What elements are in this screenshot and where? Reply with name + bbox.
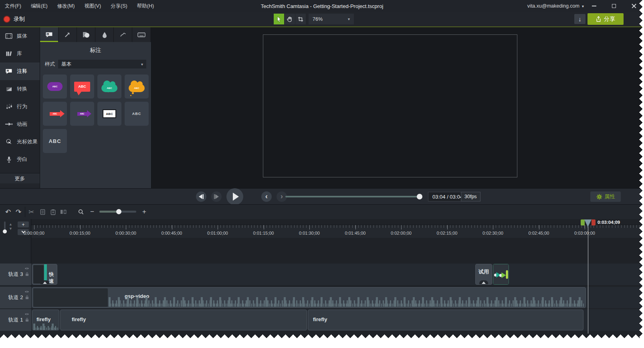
clip-firefly-2[interactable]: firefly (60, 310, 307, 330)
select-tool-button[interactable] (274, 14, 284, 24)
paste-button[interactable] (48, 207, 58, 217)
menu-share[interactable]: 分享(S) (106, 3, 132, 10)
split-button[interactable] (59, 207, 68, 217)
jump-back-icon: ‹ (265, 192, 268, 200)
lock-icon[interactable] (25, 272, 29, 276)
clip-firefly-3[interactable]: firefly (308, 310, 583, 330)
sidebar-item-animations[interactable]: 动画 (0, 115, 40, 133)
callout-tile-arrow-red[interactable]: ABC (43, 102, 67, 126)
callout-tile-arrow-purple[interactable]: ABC (70, 102, 94, 126)
tab-shapes[interactable] (77, 27, 95, 42)
minimize-button[interactable] (584, 0, 604, 12)
pan-tool-button[interactable] (285, 14, 295, 24)
tab-callouts[interactable]: a (40, 27, 59, 42)
track-height-zoom-icon: ▲▼ (9, 222, 12, 231)
scrub-slider[interactable] (285, 196, 422, 197)
sidebar-item-label: 媒体 (17, 32, 27, 40)
style-dropdown[interactable]: 基本 ▾ (58, 60, 146, 68)
properties-button[interactable]: 属性 (590, 191, 621, 202)
canvas-stage[interactable] (263, 34, 517, 177)
sidebar-item-behaviors[interactable]: 行为 (0, 98, 40, 115)
callout-tile-text-large[interactable]: ABC (43, 129, 67, 153)
callout-tile-speech-red[interactable]: ABC (70, 74, 94, 99)
callout-tile-speech-purple[interactable]: ABC (43, 74, 67, 99)
eye-icon[interactable] (24, 290, 29, 293)
plus-icon: + (142, 208, 146, 216)
playhead-out-handle[interactable] (592, 219, 596, 225)
callout-tile-rect-white[interactable]: ABC (97, 102, 121, 126)
lock-icon[interactable] (25, 318, 29, 322)
track-1-body[interactable]: firefly firefly firefly (31, 309, 644, 331)
account-menu[interactable]: vita.xu@makeding.com ▾ (527, 0, 584, 12)
tile-text: ABC (48, 138, 61, 144)
scrub-thumb[interactable] (417, 194, 422, 199)
tab-sketch-motion[interactable] (114, 27, 132, 42)
zoom-in-button[interactable]: + (139, 207, 149, 217)
sidebar-more-button[interactable]: 更多 (0, 173, 40, 183)
share-label: 分享 (604, 16, 615, 23)
sidebar-item-voice-narration[interactable]: 旁白 (0, 151, 40, 168)
download-button[interactable]: ↓ (574, 14, 585, 24)
callout-tile-cloud-teal[interactable]: ABC (97, 74, 121, 99)
clip-gsp-video[interactable]: gsp-video (32, 287, 586, 308)
redo-button[interactable]: ↷ (14, 207, 23, 217)
clip-quick-callout[interactable]: 快速 (32, 264, 57, 285)
track-2-header[interactable]: 轨道 2 (0, 287, 31, 308)
track-3-header[interactable]: 轨道 3 (0, 264, 31, 285)
menu-edit[interactable]: 编辑(E) (26, 3, 52, 10)
svg-text:a: a (47, 33, 48, 35)
jump-back-button[interactable]: ‹ (261, 191, 272, 202)
zoom-level-dropdown[interactable]: 76% ▾ (309, 14, 354, 24)
track-height-slider[interactable] (4, 221, 6, 233)
sidebar-item-transitions[interactable]: 转换 (0, 80, 40, 98)
play-button[interactable] (226, 188, 243, 205)
add-track-button[interactable]: + (18, 221, 29, 227)
lock-icon[interactable] (25, 295, 29, 300)
menu-help[interactable]: 帮助(H) (132, 3, 159, 10)
track-row-3: 快速 试用 轨道 3 (0, 264, 644, 285)
timeline-ruler[interactable]: 0:00:00;00 0:00:15;00 0:00:30;00 0:00:45… (31, 225, 644, 238)
sidebar-item-library[interactable]: 库 (0, 45, 40, 62)
timeline-zoom-slider[interactable] (99, 211, 136, 213)
record-label: 录制 (14, 16, 25, 23)
crop-tool-button[interactable] (295, 14, 306, 24)
share-button[interactable]: 分享 (587, 13, 624, 25)
jump-forward-icon: › (281, 192, 283, 200)
clip-trial-callout[interactable]: 试用 (475, 264, 492, 285)
split-icon (60, 209, 67, 214)
sidebar-item-cursor-effects[interactable]: 光标效果 (0, 133, 40, 151)
playhead-marker[interactable] (584, 219, 592, 227)
zoom-slider-thumb[interactable] (116, 209, 121, 214)
step-forward-button[interactable] (211, 191, 222, 202)
undo-button[interactable]: ↶ (3, 207, 13, 217)
tab-blur[interactable] (95, 27, 114, 42)
track-1-header[interactable]: 轨道 1 (0, 309, 31, 331)
playhead-line[interactable] (588, 225, 588, 334)
zoom-out-button[interactable]: − (87, 207, 97, 217)
eye-icon[interactable] (24, 267, 29, 270)
track-3-body[interactable]: 快速 试用 (31, 264, 644, 285)
tab-keystroke[interactable] (132, 27, 151, 42)
track-2-body[interactable]: gsp-video (31, 287, 644, 308)
sidebar-item-label: 行为 (17, 103, 27, 110)
tile-text: ABC (129, 84, 145, 92)
previous-frame-button[interactable] (196, 191, 206, 202)
menu-view[interactable]: 视图(V) (79, 3, 106, 10)
eye-icon[interactable] (24, 313, 29, 316)
clip-animation[interactable] (493, 264, 509, 285)
menu-file[interactable]: 文件(F) (0, 3, 26, 10)
sidebar-item-media[interactable]: 媒体 (0, 27, 40, 45)
clip-firefly-1[interactable]: firefly (32, 310, 59, 330)
record-button[interactable]: 录制 (3, 14, 25, 25)
menu-modify[interactable]: 修改(M) (52, 3, 80, 10)
audio-waveform (33, 324, 58, 330)
callout-tile-text-plain[interactable]: ABC (125, 102, 149, 126)
copy-button[interactable] (38, 207, 47, 217)
timeline-zoom-button[interactable] (76, 207, 86, 217)
tab-arrows[interactable] (59, 27, 77, 42)
callout-tile-thought-amber[interactable]: ABC (125, 74, 149, 99)
restore-button[interactable] (604, 0, 624, 12)
undo-icon: ↶ (5, 208, 11, 216)
cut-button[interactable]: ✂ (26, 207, 36, 217)
sidebar-item-annotations[interactable]: a 注释 (0, 62, 40, 80)
